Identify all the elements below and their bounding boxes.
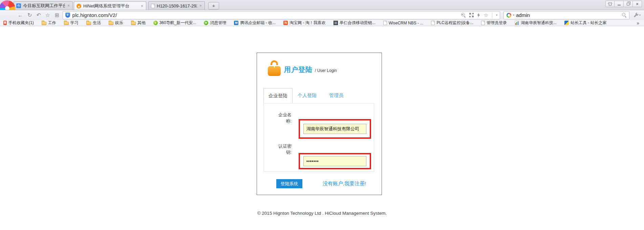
bookmarks-overflow-button[interactable]: » — [637, 20, 641, 26]
login-title: 用户登陆 — [284, 65, 313, 74]
address-bar[interactable]: + plc.hignton.com/V2/ ☆ ▾ — [63, 11, 500, 19]
tab-close-icon[interactable]: × — [141, 4, 144, 8]
taobao-icon: 淘 — [283, 21, 288, 25]
bookmark-shanren[interactable]: 单仁合强移动营销... — [334, 20, 375, 26]
bookmark-admin-login[interactable]: 管理员登录 — [481, 20, 507, 26]
message-icon — [204, 21, 208, 25]
bookmark-label: 管理员登录 — [487, 20, 507, 26]
bookmark-label: 手机收藏夹(1) — [8, 20, 34, 26]
tab-admin[interactable]: 管理员 — [322, 88, 351, 103]
divider — [492, 13, 492, 18]
search-bar[interactable]: ▾ admin — [503, 11, 629, 19]
browser-tab-strip: 今 今目标互联网工作平台 × HiNet网络系统管理平台 × H120-1509… — [0, 0, 644, 10]
bookmarks-bar: 手机收藏夹(1) 工作 学习 生活 娱乐 其他 + 360导航_新一代安... … — [0, 20, 644, 26]
favorite-button[interactable]: ☆ — [45, 12, 50, 18]
tab-enterprise-login[interactable]: 企业登陆 — [263, 88, 293, 103]
bookmark-mobile-favorites[interactable]: 手机收藏夹(1) — [3, 20, 34, 26]
bookmark-folder-study[interactable]: 学习 — [64, 20, 79, 26]
grid-button[interactable]: ⊞ — [55, 12, 59, 18]
folder-icon — [109, 22, 113, 25]
bookmark-360-nav[interactable]: + 360导航_新一代安... — [153, 20, 196, 26]
url-dropdown-icon[interactable]: ▾ — [496, 14, 497, 17]
phone-icon — [3, 21, 7, 25]
document-favicon-icon — [151, 4, 155, 8]
bookmark-folder-entertainment[interactable]: 娱乐 — [109, 20, 123, 26]
tools-menu-button[interactable]: ▾ — [634, 13, 641, 18]
tab-personal-login[interactable]: 个人登陆 — [293, 88, 322, 103]
search-input[interactable]: admin — [516, 12, 620, 18]
auth-key-input[interactable] — [303, 156, 366, 166]
undo-button[interactable]: ↶ — [36, 12, 41, 18]
bar-chart-icon — [515, 21, 519, 25]
bookmark-chinaz[interactable]: 站长工具 - 站长之家 — [564, 20, 607, 26]
bookmark-folder-work[interactable]: 工作 — [42, 20, 56, 26]
doc-icon — [481, 21, 485, 25]
refresh-button[interactable]: ↻ — [27, 12, 32, 18]
lightning-icon[interactable] — [477, 13, 480, 17]
lock-icon — [268, 60, 281, 76]
qr-code-icon[interactable] — [469, 13, 474, 17]
browser-tab-jinmubiao[interactable]: 今 今目标互联网工作平台 × — [14, 1, 73, 10]
window-controls: × — [605, 1, 642, 7]
bookmark-label: 生活 — [93, 20, 101, 26]
login-button[interactable]: 登陆系统 — [276, 179, 302, 188]
new-tab-button[interactable]: + — [208, 2, 219, 9]
bookmark-huachen-tech[interactable]: 湖南华辰智通科技... — [515, 20, 557, 26]
restore-icon — [627, 3, 629, 5]
url-text[interactable]: plc.hignton.com/V2/ — [72, 12, 117, 18]
bookmark-label: 湖南华辰智通科技... — [521, 20, 557, 26]
bookmark-tencent-mail[interactable]: M 腾讯企业邮箱 - 收... — [234, 20, 276, 26]
mail-icon: M — [234, 21, 238, 25]
bookmark-folder-other[interactable]: 其他 — [131, 20, 146, 26]
skin-button[interactable] — [605, 1, 615, 7]
bookmark-label: 娱乐 — [115, 20, 123, 26]
copyright-footer: © 2015 Hignton Technology Ltd . HiCloud … — [0, 211, 644, 216]
auth-key-label: 认证密钥: — [277, 143, 292, 155]
enterprise-name-input[interactable] — [303, 124, 366, 134]
folder-icon — [64, 22, 69, 25]
login-subtitle: / User Login — [315, 68, 337, 73]
address-bar-actions: ☆ ▾ — [461, 12, 497, 18]
browser-tab-hinet-active[interactable]: HiNet网络系统管理平台 × — [74, 1, 146, 10]
close-window-button[interactable]: × — [633, 1, 642, 7]
search-engine-icon[interactable] — [507, 13, 511, 18]
bookmark-message-manage[interactable]: 消息管理 — [204, 20, 226, 26]
tools-dropdown-icon: ▾ — [639, 14, 641, 17]
close-icon: × — [636, 2, 638, 6]
zoom-icon[interactable] — [461, 13, 466, 17]
bookmark-plc-monitor[interactable]: PLC远程监控|设备... — [431, 20, 473, 26]
bookmark-folder-life[interactable]: 生活 — [86, 20, 101, 26]
minimize-button[interactable] — [615, 1, 624, 7]
wrench-icon — [634, 13, 639, 18]
enterprise-name-label: 企业名称: — [277, 112, 292, 124]
nav-buttons: ← ↻ ↶ ☆ ⊞ — [18, 12, 59, 18]
search-engine-dropdown-icon[interactable]: ▾ — [513, 14, 514, 17]
login-header: 用户登陆 / User Login — [284, 65, 337, 74]
search-icon[interactable] — [622, 13, 626, 17]
browser-tab-h120[interactable]: H120-1509-1617-2932-77 × — [148, 1, 205, 10]
tab-title: HiNet网络系统管理平台 — [83, 3, 138, 9]
star-bookmark-icon[interactable]: ☆ — [484, 12, 488, 18]
hinet-favicon-icon — [77, 4, 81, 8]
register-link[interactable]: 没有账户,我要注册! — [323, 180, 366, 187]
bookmark-label: 站长工具 - 站长之家 — [571, 20, 607, 26]
bookmark-label: 工作 — [48, 20, 56, 26]
doc-icon — [383, 21, 387, 25]
browser-toolbar: ← ↻ ↶ ☆ ⊞ + plc.hignton.com/V2/ ☆ ▾ ▾ ad… — [0, 10, 644, 20]
bookmark-wisecrm[interactable]: WiseCRM NBS - ... — [383, 21, 424, 25]
folder-icon — [86, 22, 91, 25]
bookmark-label: 腾讯企业邮箱 - 收... — [240, 20, 276, 26]
shield-icon[interactable]: + — [65, 13, 70, 18]
bookmark-taobao[interactable]: 淘 淘宝网 - 淘！我喜欢 — [283, 20, 326, 26]
auth-key-highlight — [299, 153, 371, 169]
tab-title: H120-1509-1617-2932-77 — [157, 3, 197, 8]
back-button[interactable]: ← — [18, 12, 23, 18]
folder-icon — [131, 22, 136, 25]
bookmark-label: 360导航_新一代安... — [159, 20, 196, 26]
restore-button[interactable] — [624, 1, 633, 7]
tab-close-icon[interactable]: × — [199, 3, 202, 8]
minimize-icon — [618, 5, 621, 5]
page-content: 用户登陆 / User Login 企业登陆 个人登陆 管理员 企业名称: 认证… — [0, 26, 644, 230]
tab-close-icon[interactable]: × — [67, 3, 70, 8]
tshirt-icon — [608, 2, 613, 6]
